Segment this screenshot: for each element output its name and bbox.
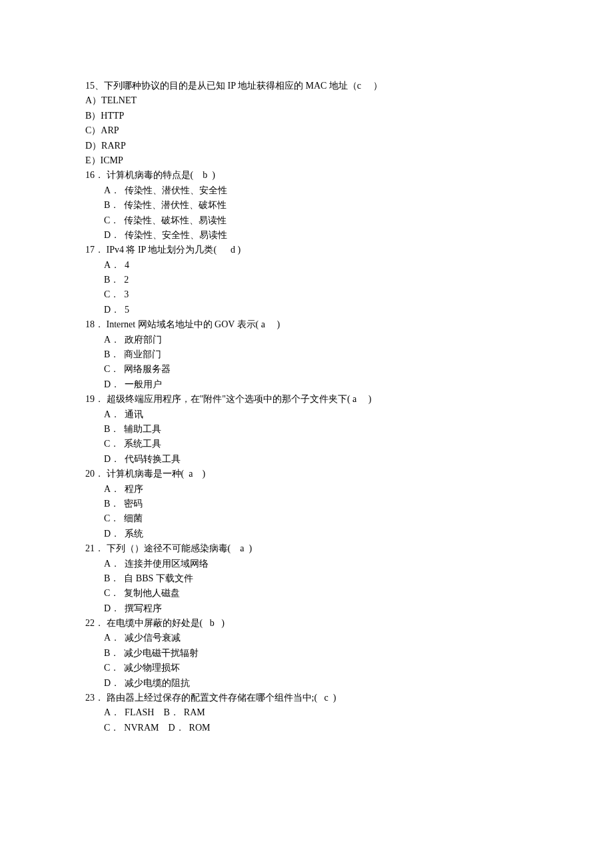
question-option: A． 连接并使用区域网络 bbox=[85, 557, 528, 571]
question-option: B． 辅助工具 bbox=[85, 422, 528, 437]
question-option: C）ARP bbox=[85, 123, 528, 138]
question-stem: 21． 下列（）途径不可能感染病毒( a ) bbox=[85, 541, 528, 556]
question-option: D． 传染性、安全性、易读性 bbox=[85, 228, 528, 243]
question-option: A． 程序 bbox=[85, 482, 528, 497]
question-option: B）HTTP bbox=[85, 109, 528, 123]
question-option: D． 撰写程序 bbox=[85, 601, 528, 616]
question-stem: 20． 计算机病毒是一种( a ) bbox=[85, 467, 528, 481]
question-option: C． 传染性、破坏性、易读性 bbox=[85, 213, 528, 228]
question-option: A． 传染性、潜伏性、安全性 bbox=[85, 183, 528, 198]
question-option: D． 系统 bbox=[85, 527, 528, 541]
question-option: B． 密码 bbox=[85, 497, 528, 511]
question-option: C． 减少物理损坏 bbox=[85, 661, 528, 675]
question-option: B． 传染性、潜伏性、破坏性 bbox=[85, 198, 528, 213]
question-option: E）ICMP bbox=[85, 153, 528, 168]
question-option: A）TELNET bbox=[85, 93, 528, 108]
question-option: B． 减少电磁干扰辐射 bbox=[85, 646, 528, 661]
question-stem: 23． 路由器上经过保存的配置文件存储在哪个组件当中;( c ) bbox=[85, 691, 528, 705]
question-option-row: A． FLASH B． RAM bbox=[85, 705, 528, 720]
question-option: C． 系统工具 bbox=[85, 437, 528, 451]
question-option: A． 4 bbox=[85, 258, 528, 273]
question-option: D． 减少电缆的阻抗 bbox=[85, 676, 528, 691]
question-option: B． 商业部门 bbox=[85, 347, 528, 362]
question-option: D）RARP bbox=[85, 139, 528, 153]
question-option: C． 复制他人磁盘 bbox=[85, 586, 528, 601]
question-option: A． 政府部门 bbox=[85, 333, 528, 347]
question-stem: 19． 超级终端应用程序，在"附件"这个选项中的那个子文件夹下( a ) bbox=[85, 392, 528, 407]
question-option: D． 代码转换工具 bbox=[85, 452, 528, 467]
page: 15、下列哪种协议的目的是从已知 IP 地址获得相应的 MAC 地址（c ）A）… bbox=[0, 0, 613, 868]
question-option: C． 3 bbox=[85, 287, 528, 302]
question-stem: 22． 在电缆中屏蔽的好处是( b ) bbox=[85, 616, 528, 631]
question-option: C． 网络服务器 bbox=[85, 362, 528, 377]
question-stem: 18． Internet 网站域名地址中的 GOV 表示( a ) bbox=[85, 317, 528, 332]
question-stem: 16． 计算机病毒的特点是( b ) bbox=[85, 168, 528, 183]
question-option: D． 一般用户 bbox=[85, 377, 528, 392]
question-option: D． 5 bbox=[85, 303, 528, 317]
question-option: C． 细菌 bbox=[85, 511, 528, 526]
question-stem: 17． IPv4 将 IP 地址划分为几类( d ) bbox=[85, 243, 528, 257]
question-option: A． 减少信号衰减 bbox=[85, 631, 528, 645]
question-option: A． 通讯 bbox=[85, 407, 528, 422]
question-option: B． 自 BBS 下载文件 bbox=[85, 571, 528, 586]
question-stem: 15、下列哪种协议的目的是从已知 IP 地址获得相应的 MAC 地址（c ） bbox=[85, 79, 528, 93]
question-option: B． 2 bbox=[85, 273, 528, 287]
question-option-row: C． NVRAM D． ROM bbox=[85, 721, 528, 735]
